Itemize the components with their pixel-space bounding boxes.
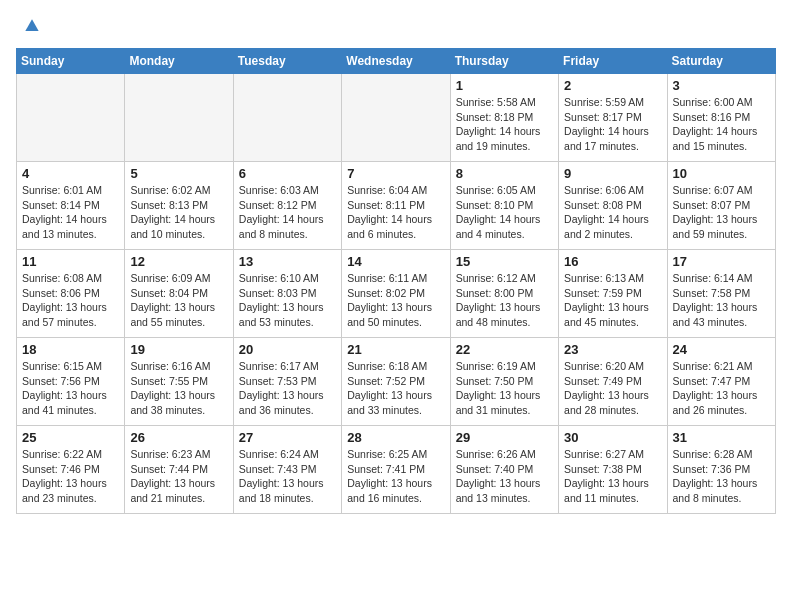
calendar-week-3: 11Sunrise: 6:08 AM Sunset: 8:06 PM Dayli… <box>17 250 776 338</box>
logo <box>16 16 42 36</box>
day-info: Sunrise: 6:27 AM Sunset: 7:38 PM Dayligh… <box>564 447 661 506</box>
day-number: 28 <box>347 430 444 445</box>
calendar-cell: 19Sunrise: 6:16 AM Sunset: 7:55 PM Dayli… <box>125 338 233 426</box>
calendar-cell: 20Sunrise: 6:17 AM Sunset: 7:53 PM Dayli… <box>233 338 341 426</box>
day-info: Sunrise: 6:22 AM Sunset: 7:46 PM Dayligh… <box>22 447 119 506</box>
day-number: 14 <box>347 254 444 269</box>
calendar-cell: 14Sunrise: 6:11 AM Sunset: 8:02 PM Dayli… <box>342 250 450 338</box>
day-info: Sunrise: 6:00 AM Sunset: 8:16 PM Dayligh… <box>673 95 770 154</box>
calendar-week-5: 25Sunrise: 6:22 AM Sunset: 7:46 PM Dayli… <box>17 426 776 514</box>
calendar-cell: 28Sunrise: 6:25 AM Sunset: 7:41 PM Dayli… <box>342 426 450 514</box>
calendar-cell <box>233 74 341 162</box>
day-number: 16 <box>564 254 661 269</box>
calendar-cell: 27Sunrise: 6:24 AM Sunset: 7:43 PM Dayli… <box>233 426 341 514</box>
calendar-cell: 22Sunrise: 6:19 AM Sunset: 7:50 PM Dayli… <box>450 338 558 426</box>
day-number: 5 <box>130 166 227 181</box>
calendar-cell: 26Sunrise: 6:23 AM Sunset: 7:44 PM Dayli… <box>125 426 233 514</box>
calendar-week-2: 4Sunrise: 6:01 AM Sunset: 8:14 PM Daylig… <box>17 162 776 250</box>
calendar-cell: 23Sunrise: 6:20 AM Sunset: 7:49 PM Dayli… <box>559 338 667 426</box>
day-info: Sunrise: 6:04 AM Sunset: 8:11 PM Dayligh… <box>347 183 444 242</box>
calendar-cell: 15Sunrise: 6:12 AM Sunset: 8:00 PM Dayli… <box>450 250 558 338</box>
day-number: 2 <box>564 78 661 93</box>
day-info: Sunrise: 6:17 AM Sunset: 7:53 PM Dayligh… <box>239 359 336 418</box>
calendar-cell: 25Sunrise: 6:22 AM Sunset: 7:46 PM Dayli… <box>17 426 125 514</box>
calendar-cell: 16Sunrise: 6:13 AM Sunset: 7:59 PM Dayli… <box>559 250 667 338</box>
calendar-cell: 2Sunrise: 5:59 AM Sunset: 8:17 PM Daylig… <box>559 74 667 162</box>
day-info: Sunrise: 6:24 AM Sunset: 7:43 PM Dayligh… <box>239 447 336 506</box>
day-number: 12 <box>130 254 227 269</box>
day-info: Sunrise: 6:20 AM Sunset: 7:49 PM Dayligh… <box>564 359 661 418</box>
calendar-cell: 7Sunrise: 6:04 AM Sunset: 8:11 PM Daylig… <box>342 162 450 250</box>
calendar-week-4: 18Sunrise: 6:15 AM Sunset: 7:56 PM Dayli… <box>17 338 776 426</box>
day-number: 23 <box>564 342 661 357</box>
day-info: Sunrise: 6:28 AM Sunset: 7:36 PM Dayligh… <box>673 447 770 506</box>
day-info: Sunrise: 6:16 AM Sunset: 7:55 PM Dayligh… <box>130 359 227 418</box>
calendar-cell: 3Sunrise: 6:00 AM Sunset: 8:16 PM Daylig… <box>667 74 775 162</box>
calendar-cell: 29Sunrise: 6:26 AM Sunset: 7:40 PM Dayli… <box>450 426 558 514</box>
calendar-header-monday: Monday <box>125 49 233 74</box>
day-info: Sunrise: 6:21 AM Sunset: 7:47 PM Dayligh… <box>673 359 770 418</box>
calendar-header-friday: Friday <box>559 49 667 74</box>
calendar-header-wednesday: Wednesday <box>342 49 450 74</box>
calendar-cell: 10Sunrise: 6:07 AM Sunset: 8:07 PM Dayli… <box>667 162 775 250</box>
day-number: 17 <box>673 254 770 269</box>
svg-marker-0 <box>25 19 38 31</box>
calendar-cell: 30Sunrise: 6:27 AM Sunset: 7:38 PM Dayli… <box>559 426 667 514</box>
calendar-cell: 8Sunrise: 6:05 AM Sunset: 8:10 PM Daylig… <box>450 162 558 250</box>
day-info: Sunrise: 6:08 AM Sunset: 8:06 PM Dayligh… <box>22 271 119 330</box>
day-number: 1 <box>456 78 553 93</box>
calendar-header-sunday: Sunday <box>17 49 125 74</box>
day-info: Sunrise: 6:12 AM Sunset: 8:00 PM Dayligh… <box>456 271 553 330</box>
page-header <box>16 16 776 36</box>
day-info: Sunrise: 6:02 AM Sunset: 8:13 PM Dayligh… <box>130 183 227 242</box>
day-info: Sunrise: 6:14 AM Sunset: 7:58 PM Dayligh… <box>673 271 770 330</box>
calendar-week-1: 1Sunrise: 5:58 AM Sunset: 8:18 PM Daylig… <box>17 74 776 162</box>
day-info: Sunrise: 6:15 AM Sunset: 7:56 PM Dayligh… <box>22 359 119 418</box>
calendar-cell: 13Sunrise: 6:10 AM Sunset: 8:03 PM Dayli… <box>233 250 341 338</box>
day-number: 30 <box>564 430 661 445</box>
day-info: Sunrise: 6:09 AM Sunset: 8:04 PM Dayligh… <box>130 271 227 330</box>
day-info: Sunrise: 6:01 AM Sunset: 8:14 PM Dayligh… <box>22 183 119 242</box>
day-info: Sunrise: 5:58 AM Sunset: 8:18 PM Dayligh… <box>456 95 553 154</box>
day-info: Sunrise: 6:06 AM Sunset: 8:08 PM Dayligh… <box>564 183 661 242</box>
day-number: 21 <box>347 342 444 357</box>
calendar-header-saturday: Saturday <box>667 49 775 74</box>
day-info: Sunrise: 6:05 AM Sunset: 8:10 PM Dayligh… <box>456 183 553 242</box>
calendar-cell: 21Sunrise: 6:18 AM Sunset: 7:52 PM Dayli… <box>342 338 450 426</box>
day-info: Sunrise: 6:18 AM Sunset: 7:52 PM Dayligh… <box>347 359 444 418</box>
calendar-cell: 9Sunrise: 6:06 AM Sunset: 8:08 PM Daylig… <box>559 162 667 250</box>
day-info: Sunrise: 6:19 AM Sunset: 7:50 PM Dayligh… <box>456 359 553 418</box>
calendar-cell: 18Sunrise: 6:15 AM Sunset: 7:56 PM Dayli… <box>17 338 125 426</box>
day-number: 3 <box>673 78 770 93</box>
calendar-header-thursday: Thursday <box>450 49 558 74</box>
day-info: Sunrise: 6:07 AM Sunset: 8:07 PM Dayligh… <box>673 183 770 242</box>
day-number: 25 <box>22 430 119 445</box>
calendar-cell <box>125 74 233 162</box>
day-number: 6 <box>239 166 336 181</box>
calendar-cell: 17Sunrise: 6:14 AM Sunset: 7:58 PM Dayli… <box>667 250 775 338</box>
day-number: 18 <box>22 342 119 357</box>
day-number: 20 <box>239 342 336 357</box>
calendar-table: SundayMondayTuesdayWednesdayThursdayFrid… <box>16 48 776 514</box>
day-number: 9 <box>564 166 661 181</box>
day-info: Sunrise: 6:11 AM Sunset: 8:02 PM Dayligh… <box>347 271 444 330</box>
calendar-header-tuesday: Tuesday <box>233 49 341 74</box>
day-info: Sunrise: 6:03 AM Sunset: 8:12 PM Dayligh… <box>239 183 336 242</box>
calendar-cell: 1Sunrise: 5:58 AM Sunset: 8:18 PM Daylig… <box>450 74 558 162</box>
day-number: 26 <box>130 430 227 445</box>
day-number: 29 <box>456 430 553 445</box>
calendar-cell: 12Sunrise: 6:09 AM Sunset: 8:04 PM Dayli… <box>125 250 233 338</box>
day-number: 11 <box>22 254 119 269</box>
day-number: 8 <box>456 166 553 181</box>
logo-icon <box>22 16 42 36</box>
day-number: 15 <box>456 254 553 269</box>
day-number: 4 <box>22 166 119 181</box>
day-number: 27 <box>239 430 336 445</box>
day-info: Sunrise: 6:25 AM Sunset: 7:41 PM Dayligh… <box>347 447 444 506</box>
day-info: Sunrise: 6:10 AM Sunset: 8:03 PM Dayligh… <box>239 271 336 330</box>
calendar-cell: 5Sunrise: 6:02 AM Sunset: 8:13 PM Daylig… <box>125 162 233 250</box>
calendar-cell <box>342 74 450 162</box>
day-number: 19 <box>130 342 227 357</box>
calendar-cell: 6Sunrise: 6:03 AM Sunset: 8:12 PM Daylig… <box>233 162 341 250</box>
day-info: Sunrise: 6:23 AM Sunset: 7:44 PM Dayligh… <box>130 447 227 506</box>
